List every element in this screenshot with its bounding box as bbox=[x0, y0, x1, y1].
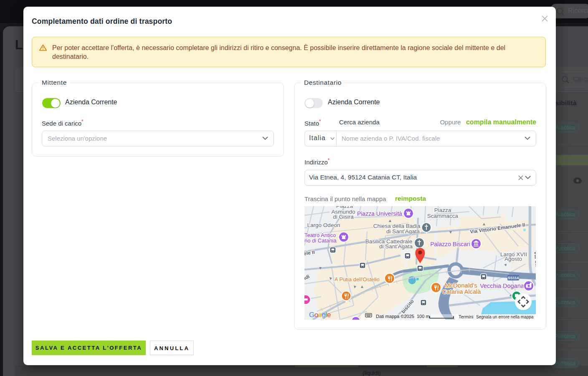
svg-text:Palazzo Biscari: Palazzo Biscari bbox=[430, 241, 470, 247]
svg-text:Piazza Università: Piazza Università bbox=[357, 210, 402, 217]
svg-text:di Sant'Agata: di Sant'Agata bbox=[386, 228, 420, 235]
svg-text:di Gisira: di Gisira bbox=[333, 214, 354, 220]
svg-text:McDonald's: McDonald's bbox=[445, 282, 477, 289]
svg-text:Scammacca: Scammacca bbox=[427, 213, 459, 219]
svg-text:Google: Google bbox=[309, 311, 331, 319]
svg-text:Catania Alcalà: Catania Alcalà bbox=[442, 288, 482, 295]
svg-text:Vecchia Dogana: Vecchia Dogana bbox=[480, 283, 525, 289]
svg-text:di Sant'Agata: di Sant'Agata bbox=[379, 243, 413, 250]
svg-text:SS114: SS114 bbox=[508, 276, 519, 280]
svg-text:Segnala un errore nella mappa: Segnala un errore nella mappa bbox=[476, 315, 534, 319]
svg-text:Termini: Termini bbox=[459, 314, 473, 319]
svg-text:no di Catania: no di Catania bbox=[304, 237, 337, 244]
svg-text:100 m: 100 m bbox=[417, 314, 430, 319]
svg-text:Piazza: Piazza bbox=[434, 207, 451, 213]
svg-text:A Putia dell'Ostello: A Putia dell'Ostello bbox=[335, 276, 380, 283]
svg-text:Largo Odeon: Largo Odeon bbox=[307, 222, 340, 228]
svg-text:Agosto: Agosto bbox=[504, 256, 522, 262]
svg-text:Dati mappa ©2025: Dati mappa ©2025 bbox=[376, 314, 414, 319]
